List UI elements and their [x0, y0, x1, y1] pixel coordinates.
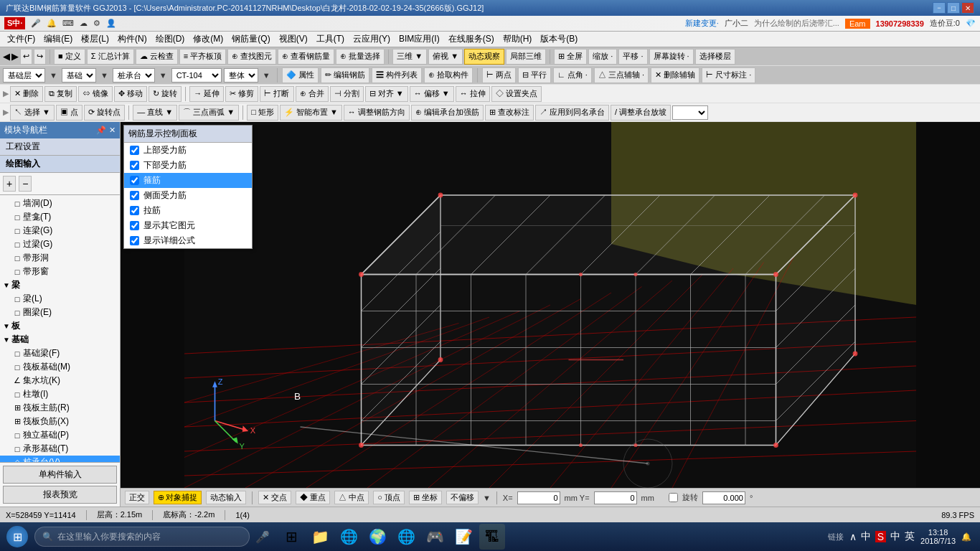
new-change-btn[interactable]: 新建变更· — [685, 18, 719, 29]
flat-top-btn[interactable]: ≡ 平齐板顶 — [179, 49, 226, 65]
dynamic-view-btn[interactable]: 动态观察 — [464, 49, 504, 65]
remove-tree-btn[interactable]: − — [19, 176, 32, 192]
x-coord-input[interactable] — [517, 491, 560, 504]
tree-group-beam[interactable]: ▼ 梁 — [0, 278, 120, 292]
menu-floor[interactable]: 楼层(L) — [77, 32, 113, 47]
tree-item-band-opening[interactable]: □ 带形洞 — [0, 251, 120, 265]
foundation-expand-icon[interactable]: ▼ — [1, 336, 11, 344]
mirror-btn[interactable]: ⇔ 镜像 — [78, 86, 113, 102]
y-coord-input[interactable] — [594, 491, 637, 504]
menu-cloud[interactable]: 云应用(Y) — [349, 32, 395, 47]
vertex-btn[interactable]: ○ 顶点 — [373, 491, 405, 504]
tray-en-icon[interactable]: 英 — [905, 530, 915, 543]
menu-tools[interactable]: 工具(T) — [312, 32, 349, 47]
trim-btn[interactable]: ✂ 修剪 — [225, 86, 258, 102]
intersection-btn[interactable]: ✕ 交点 — [258, 491, 291, 504]
batch-select-btn[interactable]: ⊕ 批量选择 — [336, 49, 385, 65]
rebar-check-stirrup[interactable] — [130, 176, 139, 185]
sidebar-section-draw[interactable]: 绘图输入 — [0, 156, 120, 173]
floor2-select[interactable]: 基础 — [62, 68, 96, 83]
close-button[interactable]: ✕ — [961, 2, 974, 14]
rebar-item-side-force[interactable]: 侧面受力筋 — [124, 188, 252, 203]
beam-expand-icon[interactable]: ▼ — [1, 281, 11, 289]
break-btn[interactable]: ⊢ 打断 — [260, 86, 293, 102]
pan-btn[interactable]: 平移 · — [618, 49, 647, 65]
point-angle-btn[interactable]: ∟ 点角 · — [553, 67, 592, 83]
viewport-3d[interactable]: B Z X Y — [121, 122, 980, 507]
delete-element-btn[interactable]: ✕ 删除 — [10, 86, 43, 102]
top-view-btn[interactable]: 俯视 ▼ — [428, 49, 463, 65]
rebar-item-tie[interactable]: 拉筋 — [124, 203, 252, 218]
tree-item-ring-beam[interactable]: □ 圈梁(E) — [0, 306, 120, 319]
tree-item-column-cap[interactable]: □ 柱墩(I) — [0, 387, 120, 401]
component-list-btn[interactable]: ☰ 构件列表 — [372, 67, 422, 83]
tree-item-raft[interactable]: □ 筏板基础(M) — [0, 360, 120, 374]
taskbar-app-1[interactable]: ⊞ — [278, 524, 304, 550]
delete-axis-btn[interactable]: ✕ 删除辅轴 — [651, 67, 699, 83]
clock[interactable]: 13:18 2018/7/13 — [920, 528, 956, 545]
tree-item-coupling-beam[interactable]: □ 连梁(G) — [0, 224, 120, 237]
single-component-btn[interactable]: 单构件输入 — [3, 466, 117, 484]
menu-version[interactable]: 版本号(B) — [536, 32, 582, 47]
taskbar-app-5[interactable]: 📝 — [451, 524, 476, 550]
sidebar-close-icon[interactable]: ✕ — [109, 126, 116, 135]
grip-btn[interactable]: ◇ 设置夹点 — [491, 86, 542, 102]
rebar-item-stirrup[interactable]: 箍筋 — [124, 173, 252, 188]
start-button[interactable]: ⊞ — [3, 524, 32, 550]
sidebar-pin-icon[interactable]: 📌 — [96, 126, 106, 135]
parallel-btn[interactable]: ⊟ 平行 — [518, 67, 551, 83]
layer-select[interactable] — [672, 105, 708, 120]
taskbar-app-ie[interactable]: 🌍 — [364, 524, 390, 550]
rotate-input[interactable] — [702, 491, 745, 504]
view-mode-select[interactable]: 整体 — [224, 68, 258, 83]
ortho-btn[interactable]: 正交 — [125, 491, 149, 504]
tree-item-isolated[interactable]: □ 独立基础(P) — [0, 428, 120, 442]
rotate-checkbox[interactable] — [669, 493, 678, 502]
rect-btn[interactable]: □ 矩形 — [247, 105, 278, 121]
rebar-check-show-other[interactable] — [130, 221, 139, 230]
rebar-check-bottom-force[interactable] — [130, 161, 139, 170]
tree-item-beam[interactable]: □ 梁(L) — [0, 292, 120, 306]
no-offset-btn[interactable]: 不偏移 — [446, 491, 479, 504]
define-btn[interactable]: ■ 定义 — [54, 49, 85, 65]
tree-item-raft-neg[interactable]: ⊞ 筏板负筋(X) — [0, 415, 120, 428]
notification-icon[interactable]: 🔔 — [961, 532, 971, 542]
tree-item-raft-main[interactable]: ⊞ 筏板主筋(R) — [0, 401, 120, 415]
floor-select[interactable]: 基础层 — [3, 68, 45, 83]
tray-cn-icon[interactable]: 中 — [861, 530, 871, 543]
menu-edit[interactable]: 编辑(E) — [39, 32, 77, 47]
local-3d-btn[interactable]: 局部三维 — [506, 49, 546, 65]
tree-item-niche[interactable]: □ 壁龛(T) — [0, 210, 120, 224]
merge-btn[interactable]: ⊕ 合并 — [296, 86, 329, 102]
slab-expand-icon[interactable]: ▼ — [1, 322, 11, 330]
redo-btn[interactable]: ↪ — [34, 49, 46, 65]
rebar-item-show-other[interactable]: 显示其它图元 — [124, 218, 252, 233]
cloud-check-btn[interactable]: ☁ 云检查 — [136, 49, 178, 65]
rebar-check-show-formula[interactable] — [130, 236, 139, 245]
zoom-btn[interactable]: 缩放 · — [588, 49, 617, 65]
adjust-slope-btn[interactable]: / 调整承台放坡 — [611, 105, 671, 121]
dim-note-btn[interactable]: ⊢ 尺寸标注 · — [702, 67, 755, 83]
ct-code-select[interactable]: CT-104 — [171, 68, 222, 83]
rotate-point-btn[interactable]: ⟳ 旋转点 — [84, 105, 125, 121]
pick-component-btn[interactable]: ⊕ 拾取构件 — [424, 67, 473, 83]
offset-btn[interactable]: ↔ 偏移 ▼ — [410, 86, 454, 102]
mic-taskbar-icon[interactable]: 🎤 — [255, 530, 270, 544]
select-floor-btn[interactable]: 选择楼层 — [695, 49, 735, 65]
object-snap-btn[interactable]: ⊕ 对象捕捉 — [154, 491, 202, 504]
3d-btn[interactable]: 三维 ▼ — [392, 49, 427, 65]
menu-draw[interactable]: 绘图(D) — [151, 32, 189, 47]
line-btn[interactable]: — 直线 ▼ — [133, 105, 177, 121]
rotate-element-btn[interactable]: ↻ 旋转 — [149, 86, 182, 102]
point-draw-btn[interactable]: ▣ 点 — [56, 105, 83, 121]
tree-item-pile-cap[interactable]: ◇ 桩承台(V) — [0, 456, 120, 462]
properties-btn[interactable]: 🔷 属性 — [282, 67, 319, 83]
tray-lang-icon[interactable]: 中 — [890, 530, 900, 543]
midpoint-btn[interactable]: △ 中点 — [334, 491, 369, 504]
arc-btn[interactable]: ⌒ 三点画弧 ▼ — [179, 105, 239, 121]
rebar-check-tie[interactable] — [130, 206, 139, 215]
tray-s-icon[interactable]: S — [875, 531, 886, 542]
taskbar-app-4[interactable]: 🎮 — [422, 524, 448, 550]
select-btn[interactable]: ↖ 选择 ▼ — [10, 105, 55, 121]
fullscreen-btn[interactable]: ⊞ 全屏 — [554, 49, 587, 65]
